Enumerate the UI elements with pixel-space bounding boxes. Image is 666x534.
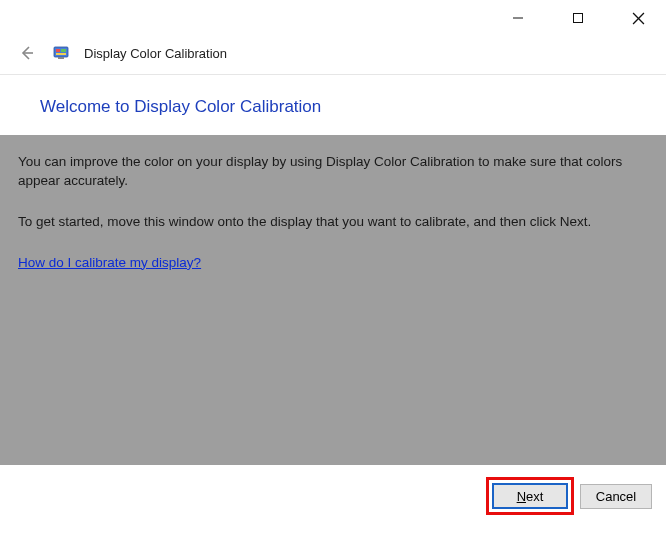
cancel-button[interactable]: Cancel — [580, 484, 652, 509]
footer: Next Cancel — [0, 465, 666, 527]
app-icon — [52, 44, 70, 62]
next-button[interactable]: Next — [492, 483, 568, 509]
content-area: You can improve the color on your displa… — [0, 135, 666, 465]
intro-text-2: To get started, move this window onto th… — [18, 213, 648, 232]
minimize-button[interactable] — [500, 4, 536, 32]
svg-rect-8 — [56, 53, 66, 55]
heading-area: Welcome to Display Color Calibration — [0, 75, 666, 135]
page-heading: Welcome to Display Color Calibration — [40, 97, 626, 117]
help-link[interactable]: How do I calibrate my display? — [18, 254, 201, 273]
header: Display Color Calibration — [0, 36, 666, 75]
svg-rect-6 — [56, 49, 60, 52]
intro-text-1: You can improve the color on your displa… — [18, 153, 648, 191]
maximize-button[interactable] — [560, 4, 596, 32]
titlebar — [0, 0, 666, 36]
close-button[interactable] — [620, 4, 656, 32]
svg-rect-1 — [574, 14, 583, 23]
back-arrow-icon[interactable] — [16, 42, 38, 64]
next-rest: ext — [526, 489, 543, 504]
svg-rect-9 — [58, 57, 64, 59]
svg-rect-7 — [61, 49, 66, 52]
window-title: Display Color Calibration — [84, 46, 227, 61]
next-button-highlight: Next — [486, 477, 574, 515]
next-accel: N — [517, 489, 526, 504]
